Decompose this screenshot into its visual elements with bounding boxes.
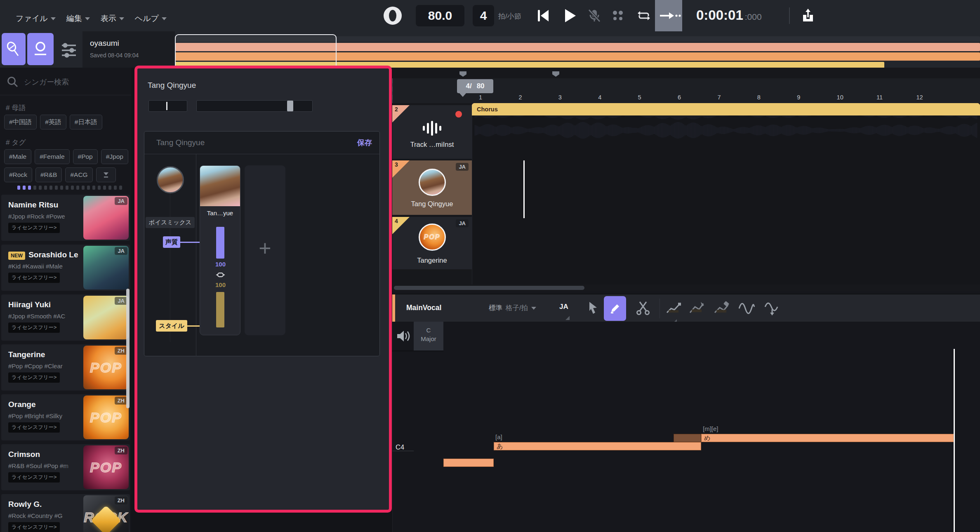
pan-slider[interactable] — [148, 100, 187, 112]
sidebar-scrollbar[interactable] — [126, 289, 130, 408]
note[interactable] — [674, 434, 701, 442]
style-chip[interactable]: スタイル — [156, 320, 187, 332]
menu-view[interactable]: 表示 — [101, 13, 124, 24]
note[interactable]: あ — [494, 442, 701, 450]
singer-card-orange[interactable]: Orange#Pop #Bright #Silkyライセンスフリー>POPZH — [1, 394, 130, 440]
chevron-down-icon — [51, 17, 56, 20]
voice-mix-modal: Tang Qingyue Tang Qingyue 保存 ボイスミックス 声質 … — [134, 66, 392, 513]
style-weight-value[interactable]: 100 — [200, 281, 240, 288]
license-badge[interactable]: ライセンスフリー> — [8, 322, 60, 333]
add-voice-card[interactable]: + — [245, 165, 285, 335]
singer-card-rowly-g-[interactable]: Rowly G.#Rock #Country #Gライセンスフリー>ROCKZH — [1, 494, 130, 532]
mix-name-input[interactable]: Tang Qingyue — [156, 138, 205, 147]
project-saved-status: Saved 08-04 09:04 — [90, 52, 139, 59]
license-badge[interactable]: ライセンスフリー> — [8, 223, 60, 233]
singer-card-hiiragi-yuki[interactable]: Hiiragi Yuki#Jpop #Smooth #ACライセンスフリー>JA — [1, 294, 130, 341]
editor-toolbar: MainVocal 標準 格子/拍 JA — [392, 294, 980, 322]
bar-number: 1 — [479, 94, 482, 101]
vibrato-tool[interactable] — [763, 301, 781, 316]
erase-pitch-tool[interactable] — [713, 301, 730, 316]
wave-tool[interactable] — [738, 301, 755, 316]
language-badge: JA — [456, 163, 469, 171]
license-badge[interactable]: ライセンスフリー> — [8, 372, 60, 383]
project-info[interactable]: oyasumi Saved 08-04 09:04 — [82, 31, 175, 68]
license-badge[interactable]: ライセンスフリー> — [8, 472, 60, 483]
loop-toggle[interactable] — [637, 9, 651, 22]
track-header-2[interactable]: 2Track …miInst — [392, 105, 472, 159]
pan-slider-tick — [166, 102, 167, 110]
track-number-corner: 4 — [392, 217, 410, 234]
record-disabled-icon[interactable] — [587, 9, 601, 22]
singer-card-sorashido-le[interactable]: NEWSorashido Le#Kid #Kawaii #Maleライセンスフリ… — [1, 245, 130, 291]
beats-per-bar-label: 拍/小節 — [498, 12, 521, 21]
corner-expand-icon — [565, 316, 570, 320]
note[interactable]: め — [701, 434, 954, 442]
menu-help[interactable]: ヘルプ — [135, 13, 167, 24]
timbre-weight-value[interactable]: 100 — [200, 261, 240, 268]
license-badge[interactable]: ライセンスフリー> — [8, 273, 60, 283]
volume-slider[interactable] — [196, 100, 313, 112]
link-icon[interactable] — [216, 271, 225, 279]
lyric-language-select[interactable]: JA — [559, 303, 568, 311]
beats-per-bar-value[interactable]: 4 — [473, 5, 494, 26]
play-button[interactable] — [563, 8, 577, 23]
piano-roll[interactable]: C Major C4 1.422.2あ[a]め[m][e] — [392, 322, 980, 532]
follow-playhead-button[interactable] — [655, 0, 682, 31]
anchor-pitch-tool[interactable] — [688, 301, 705, 316]
speaker-box[interactable] — [392, 322, 414, 351]
timbre-chip[interactable]: 声質 — [163, 236, 180, 248]
pencil-tool[interactable] — [604, 296, 626, 321]
arrange-hscroll-thumb[interactable] — [394, 286, 584, 290]
editor-track-name[interactable]: MainVocal — [406, 304, 441, 312]
time-signature-tempo-tag[interactable]: 4/80 — [457, 79, 493, 93]
grid-mode-select[interactable]: 標準 格子/拍 — [489, 304, 536, 313]
ruler-tick — [392, 95, 393, 100]
track-number: 3 — [395, 161, 398, 168]
singer-card-namine-ritsu[interactable]: Namine Ritsu#Jpop #Rock #Poweライセンスフリー>JA — [1, 195, 130, 241]
record-armed-dot[interactable] — [455, 111, 462, 118]
vocal-tool-button[interactable] — [2, 33, 26, 65]
voice-card[interactable]: Tan…yue 100 100 — [200, 165, 240, 335]
track-number: 4 — [395, 218, 398, 224]
singer-card-crimson[interactable]: Crimson#R&B #Soul #Pop #mライセンスフリー>POPZH — [1, 444, 130, 490]
style-connector — [187, 325, 200, 327]
singer-card-tangerine[interactable]: Tangerine#Pop #Cpop #Clearライセンスフリー>POPZH — [1, 344, 130, 391]
tempo-value[interactable]: 80.0 — [416, 5, 464, 26]
singer-panel-button[interactable] — [27, 33, 54, 65]
mix-avatar[interactable] — [157, 166, 184, 193]
export-icon[interactable] — [801, 8, 815, 23]
arrange-hscroll[interactable] — [392, 285, 980, 291]
menu-file[interactable]: ファイル — [16, 13, 56, 24]
metronome-dots-toggle[interactable] — [611, 9, 624, 22]
loop-end-marker[interactable] — [552, 71, 559, 77]
note[interactable] — [443, 459, 494, 467]
arrange-content[interactable]: Track 10.OyasumiInstMainVocalChorus — [472, 103, 980, 285]
timbre-weight-bar[interactable] — [216, 227, 224, 259]
menu-edit[interactable]: 編集 — [66, 13, 90, 24]
cursor-tool[interactable] — [586, 300, 600, 316]
overview-viewport-box[interactable] — [175, 34, 337, 69]
key-signature-box[interactable]: C Major — [414, 322, 443, 351]
arrange-ruler[interactable]: 4/80 123456789101112 — [392, 78, 980, 104]
draw-pitch-tool[interactable] — [665, 301, 682, 316]
loop-start-marker[interactable] — [459, 71, 466, 77]
mixer-icon[interactable] — [60, 42, 78, 59]
singer-name: Orange — [8, 400, 36, 409]
save-button[interactable]: 保存 — [357, 138, 372, 148]
volume-slider-handle[interactable] — [287, 101, 293, 111]
bar-number: 11 — [876, 94, 883, 101]
metronome-icon[interactable] — [382, 4, 403, 27]
license-badge[interactable]: ライセンスフリー> — [8, 522, 60, 532]
track-header-3[interactable]: 3JATang Qingyue — [392, 160, 472, 215]
skip-to-start-button[interactable] — [536, 9, 550, 22]
style-weight-bar[interactable] — [216, 292, 224, 327]
panel-header: Tang Qingyue 保存 — [144, 132, 379, 154]
track-header-4[interactable]: 4JAPOPTangerine — [392, 217, 472, 269]
scissors-tool[interactable] — [636, 300, 650, 316]
project-title: oyasumi — [90, 39, 119, 48]
license-badge[interactable]: ライセンスフリー> — [8, 422, 60, 433]
track-header-column: 2Track …miInst3JATang Qingyue4JAPOPTange… — [392, 103, 472, 285]
arrange-playhead[interactable] — [523, 160, 525, 218]
phoneme-label: [m][e] — [703, 425, 719, 432]
editor-playhead[interactable] — [954, 349, 955, 532]
